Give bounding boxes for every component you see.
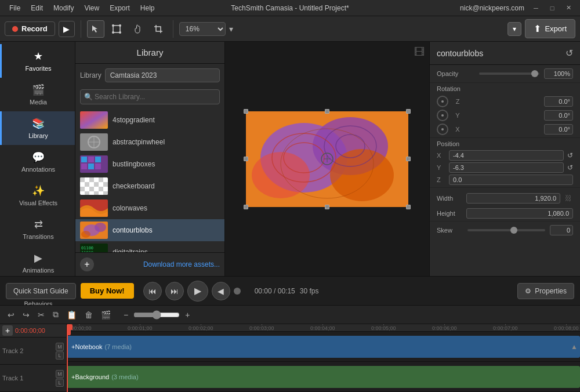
gear-icon: ⚙ xyxy=(525,287,531,295)
play-button[interactable]: ▶ xyxy=(187,281,208,302)
position-y-reset[interactable]: ↺ xyxy=(567,164,573,172)
zoom-dropdown-arrow[interactable]: ▾ xyxy=(229,24,233,34)
menu-export[interactable]: Export xyxy=(105,3,135,13)
skew-value[interactable]: 0 xyxy=(550,225,573,235)
menu-file[interactable]: File xyxy=(5,3,25,13)
list-item[interactable]: colorwaves xyxy=(75,197,224,219)
cut-button[interactable]: ✂ xyxy=(35,308,48,321)
rotation-z-value[interactable]: 0.0° xyxy=(544,96,573,107)
export-button[interactable]: ⬆ Export xyxy=(525,19,575,38)
forward-button[interactable]: ▶ xyxy=(59,21,75,37)
sidebar-item-animations[interactable]: ▶ Animations xyxy=(0,246,75,280)
delete-button[interactable]: 🗑 xyxy=(82,308,96,321)
search-input[interactable] xyxy=(80,89,220,104)
track-1-lock[interactable]: L xyxy=(56,379,64,387)
list-item[interactable]: 4stopgradient xyxy=(75,109,224,131)
zoom-in-button[interactable]: + xyxy=(182,308,193,321)
list-item[interactable]: bustlingboxes xyxy=(75,153,224,175)
prev-button[interactable]: ◀ xyxy=(212,282,230,300)
go-to-start-button[interactable]: ⏮ xyxy=(143,282,162,300)
width-field[interactable] xyxy=(466,193,560,204)
lib-item-name: bustlingboxes xyxy=(113,160,155,168)
position-y-field[interactable] xyxy=(449,162,564,173)
sidebar-item-library[interactable]: 📚 Library xyxy=(0,111,75,145)
export-arrow-button[interactable]: ▾ xyxy=(507,22,521,36)
position-z-field[interactable] xyxy=(449,175,573,185)
record-button[interactable]: Record xyxy=(5,21,55,36)
library-list: 4stopgradient abstractpinwheel bustlingb… xyxy=(75,109,224,252)
track-1-mute[interactable]: M xyxy=(56,370,64,378)
opacity-value[interactable]: 100% xyxy=(544,68,573,79)
maximize-button[interactable]: □ xyxy=(545,3,559,13)
list-item[interactable]: 01100 11010 00111 digitaltrains xyxy=(75,241,224,252)
minimize-button[interactable]: ─ xyxy=(529,3,543,13)
handle-top-right[interactable] xyxy=(406,109,411,114)
menu-edit[interactable]: Edit xyxy=(26,3,48,13)
redo-button[interactable]: ↪ xyxy=(20,308,32,321)
handle-middle-right[interactable] xyxy=(406,157,411,161)
track-2-clip[interactable]: + Notebook (7 media) xyxy=(67,336,580,358)
list-item[interactable]: contourblobs xyxy=(75,219,224,241)
sidebar-item-transitions[interactable]: ⇄ Transitions xyxy=(0,212,75,246)
paste-button[interactable]: 📋 xyxy=(64,308,79,321)
timeline-dot[interactable] xyxy=(234,288,241,295)
add-asset-button[interactable]: + xyxy=(80,257,94,271)
sidebar-item-favorites[interactable]: ★ Favorites xyxy=(0,44,75,78)
zoom-range-slider[interactable] xyxy=(133,310,180,320)
menu-view[interactable]: View xyxy=(79,3,104,13)
video-clip-button[interactable]: 🎬 xyxy=(98,308,114,321)
handle-bottom-middle[interactable] xyxy=(325,205,329,209)
download-more-link[interactable]: Download more assets... xyxy=(143,260,220,268)
undo-button[interactable]: ↩ xyxy=(5,308,17,321)
track-1-clip[interactable]: + Background (3 media) xyxy=(67,366,580,388)
menu-help[interactable]: Help xyxy=(136,3,160,13)
crop-tool-button[interactable] xyxy=(150,20,167,38)
track-2-mute[interactable]: M xyxy=(56,343,64,351)
timeline-tracks[interactable]: + Notebook (7 media) ▲ + Background (3 m… xyxy=(67,332,580,392)
rotation-x-dial[interactable] xyxy=(437,124,448,135)
position-x-field[interactable] xyxy=(449,150,564,161)
menu-modify[interactable]: Modify xyxy=(49,3,78,13)
sidebar-item-media[interactable]: 🎬 Media xyxy=(0,78,75,111)
position-x-reset[interactable]: ↺ xyxy=(567,151,573,159)
zoom-select[interactable]: 16% 25% 50% 100% xyxy=(179,22,226,36)
svg-point-2 xyxy=(119,24,121,27)
sidebar-item-visual-effects[interactable]: ✨ Visual Effects xyxy=(0,179,75,212)
list-item[interactable]: checkerboard xyxy=(75,175,224,197)
handle-bottom-left[interactable] xyxy=(244,205,248,209)
opacity-slider[interactable] xyxy=(479,72,539,75)
handle-middle-left[interactable] xyxy=(244,157,248,161)
close-button[interactable]: ✕ xyxy=(561,3,575,13)
quick-start-button[interactable]: Quick Start Guide xyxy=(6,283,76,299)
track-2-lock[interactable]: L xyxy=(56,351,64,360)
library-dropdown[interactable]: Camtasia 2023 xyxy=(105,68,220,82)
handle-top-middle[interactable] xyxy=(325,109,329,114)
handle-top-left[interactable] xyxy=(244,109,248,114)
step-back-button[interactable]: ⏭ xyxy=(165,282,184,300)
rotation-x-value[interactable]: 0.0° xyxy=(544,124,573,135)
transform-tool-button[interactable] xyxy=(108,20,125,38)
preview-canvas[interactable] xyxy=(246,111,408,207)
hand-tool-button[interactable] xyxy=(129,20,146,38)
copy-button[interactable]: ⧉ xyxy=(50,308,61,321)
select-tool-button[interactable] xyxy=(87,20,104,38)
rotation-z-dial[interactable] xyxy=(437,96,448,107)
properties-header: contourblobs ↺ xyxy=(430,42,580,65)
skew-slider[interactable] xyxy=(467,229,545,231)
sidebar-item-annotations[interactable]: 💬 Annotations xyxy=(0,145,75,179)
link-dimensions-button[interactable]: ⛓ xyxy=(564,190,573,206)
rotation-y-dial[interactable] xyxy=(437,110,448,121)
rotation-y-value[interactable]: 0.0° xyxy=(544,110,573,121)
properties-toggle-button[interactable]: ⚙ Properties xyxy=(517,283,574,299)
height-field[interactable] xyxy=(466,208,573,219)
track-2-expand[interactable]: ▲ xyxy=(571,343,578,351)
lib-item-name: colorwaves xyxy=(113,204,147,212)
lib-thumb xyxy=(80,177,108,195)
buy-now-button[interactable]: Buy Now! xyxy=(81,283,134,299)
properties-reset-button[interactable]: ↺ xyxy=(566,48,573,59)
total-time: 00:15 xyxy=(278,287,295,295)
zoom-out-button[interactable]: − xyxy=(121,308,131,321)
list-item[interactable]: abstractpinwheel xyxy=(75,131,224,153)
handle-bottom-right[interactable] xyxy=(406,205,411,209)
add-track-button[interactable]: + xyxy=(2,325,13,336)
